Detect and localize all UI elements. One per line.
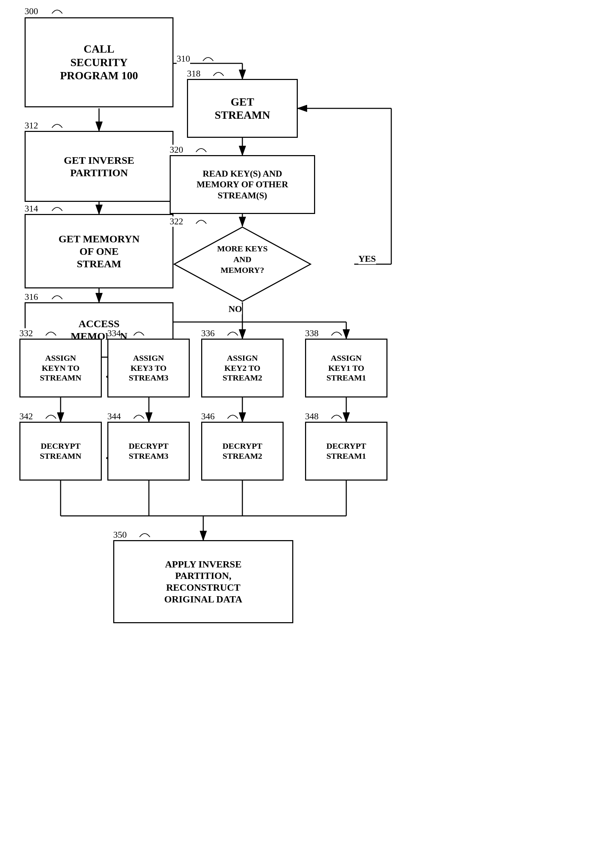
label-332: 332 [19,328,33,339]
label-curve-312 [48,119,66,130]
node-300-label: CALL SECURITY PROGRAM 100 [60,42,138,82]
label-curve-322 [192,215,210,225]
node-344: DECRYPT STREAM3 [107,422,190,481]
label-336: 336 [201,328,215,339]
label-310: 310 [177,54,190,64]
node-314: GET MEMORYN OF ONE STREAM [25,214,174,288]
node-338-label: ASSIGN KEY1 TO STREAM1 [327,353,366,383]
node-312-label: GET INVERSE PARTITION [64,154,134,179]
label-338: 338 [305,328,319,339]
label-320: 320 [170,145,183,155]
label-curve-318 [210,67,227,78]
node-318-label: GET STREAMN [215,95,270,122]
label-318: 318 [187,69,200,79]
flowchart-diagram: CALL SECURITY PROGRAM 100 300 310 GET IN… [0,0,616,859]
no-label: NO [228,304,242,314]
node-320: READ KEY(S) AND MEMORY OF OTHER STREAM(S… [170,155,315,214]
label-344: 344 [107,411,121,422]
node-334: ASSIGN KEY3 TO STREAM3 [107,339,190,397]
node-312: GET INVERSE PARTITION [25,131,174,202]
label-curve-346 [224,410,241,420]
node-342-label: DECRYPT STREAMN [40,441,81,461]
node-348-label: DECRYPT STREAM1 [326,441,366,461]
label-curve-316 [48,290,66,301]
label-curve-350 [136,528,153,539]
node-332-label: ASSIGN KEYN TO STREAMN [40,353,81,383]
label-curve-320 [192,143,210,154]
node-346-label: DECRYPT STREAM2 [222,441,262,461]
label-curve-314 [48,202,66,212]
node-336-label: ASSIGN KEY2 TO STREAM2 [223,353,263,383]
label-curve-348 [328,410,345,420]
label-300: 300 [25,6,38,17]
label-334: 334 [107,328,121,339]
label-curve-300 [48,5,66,15]
label-312: 312 [25,120,38,131]
node-342: DECRYPT STREAMN [19,422,102,481]
yes-label: YES [358,254,376,264]
node-332: ASSIGN KEYN TO STREAMN [19,339,102,397]
label-curve-332 [42,327,59,337]
node-318: GET STREAMN [187,79,298,138]
node-334-label: ASSIGN KEY3 TO STREAM3 [129,353,169,383]
label-322: 322 [170,216,183,227]
label-348: 348 [305,411,319,422]
node-338: ASSIGN KEY1 TO STREAM1 [305,339,388,397]
label-316: 316 [25,292,38,302]
node-350: APPLY INVERSE PARTITION, RECONSTRUCT ORI… [113,540,293,623]
node-348: DECRYPT STREAM1 [305,422,388,481]
label-342: 342 [19,411,33,422]
label-curve-310 [199,52,217,62]
label-curve-334 [130,327,147,337]
node-336: ASSIGN KEY2 TO STREAM2 [201,339,284,397]
label-curve-344 [130,410,147,420]
node-314-label: GET MEMORYN OF ONE STREAM [58,233,139,270]
node-350-label: APPLY INVERSE PARTITION, RECONSTRUCT ORI… [164,559,242,605]
node-346: DECRYPT STREAM2 [201,422,284,481]
node-322-label: MORE KEYSANDMEMORY? [194,244,291,276]
node-300: CALL SECURITY PROGRAM 100 [25,17,174,107]
node-320-label: READ KEY(S) AND MEMORY OF OTHER STREAM(S… [197,168,288,201]
node-322: MORE KEYSANDMEMORY? [173,226,312,302]
node-344-label: DECRYPT STREAM3 [128,441,168,461]
label-curve-342 [42,410,59,420]
label-curve-336 [224,327,241,337]
label-350: 350 [113,530,127,540]
label-314: 314 [25,204,38,214]
label-346: 346 [201,411,215,422]
label-curve-338 [328,327,345,337]
